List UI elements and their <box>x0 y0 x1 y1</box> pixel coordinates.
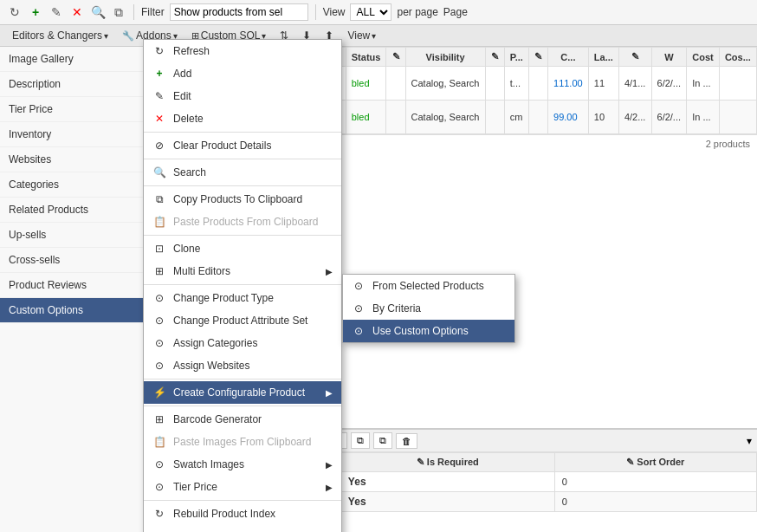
nav-editors-changers[interactable]: Editors & Changers ▾ <box>7 28 113 43</box>
edit-icon[interactable]: ✎ <box>49 4 64 20</box>
menu-tier-price[interactable]: ⊙ Tier Price ▶ <box>144 476 341 498</box>
context-menu: ↻ Refresh + Add ✎ Edit ✕ Delete ⊘ Clear … <box>143 39 342 532</box>
menu-assign-cat-label: Assign Categories <box>173 337 257 349</box>
view-select[interactable]: ALL <box>350 3 391 21</box>
col-w-icon: ✎ <box>618 48 651 67</box>
submenu-from-selected-label: From Selected Products <box>372 280 484 292</box>
clone-icon: ⊡ <box>152 242 166 256</box>
delete-icon[interactable]: ✕ <box>69 4 85 20</box>
row-vis-edit <box>386 101 405 134</box>
menu-clone-label: Clone <box>173 243 200 255</box>
menu-copy-clipboard[interactable]: ⧉ Copy Products To Clipboard <box>144 188 341 211</box>
change-attr-icon: ⊙ <box>152 314 166 328</box>
row-cost: In ... <box>687 67 720 101</box>
col-la[interactable]: La... <box>588 48 618 67</box>
sidebar-item-related-products[interactable]: Related Products <box>0 198 146 223</box>
search-menu-icon: 🔍 <box>152 165 166 179</box>
sidebar-item-tier-price[interactable]: Tier Price <box>0 97 146 122</box>
col-p[interactable]: P... <box>504 48 528 67</box>
menu-paste-images[interactable]: 📋 Paste Images From Clipboard <box>144 431 341 453</box>
menu-separator4 <box>144 235 341 236</box>
is-required-value2: Yes <box>340 492 554 512</box>
col-w[interactable]: W <box>651 48 687 67</box>
sidebar-item-inventory[interactable]: Inventory <box>0 122 146 147</box>
menu-clear[interactable]: ⊘ Clear Product Details <box>144 134 341 157</box>
row-c-edit <box>528 67 547 101</box>
add-icon[interactable]: + <box>28 4 43 20</box>
sidebar-item-custom-options[interactable]: Custom Options <box>0 298 146 323</box>
sidebar-item-categories[interactable]: Categories <box>0 172 146 198</box>
menu-search[interactable]: 🔍 Search <box>144 161 341 184</box>
multi-editors-icon: ⊞ <box>152 264 166 278</box>
col-visibility[interactable]: Visibility <box>405 48 485 67</box>
custom-options-icon: ⊙ <box>352 324 366 338</box>
submenu-custom-options-label: Use Custom Options <box>372 325 469 337</box>
col-c[interactable]: C... <box>548 48 589 67</box>
filter-label: Filter <box>141 6 165 18</box>
panel-arrow: ▾ <box>747 435 752 447</box>
edit-menu-icon: ✎ <box>152 89 166 103</box>
col-cost[interactable]: Cost <box>687 48 720 67</box>
sidebar: Image Gallery Description Tier Price Inv… <box>0 47 147 532</box>
from-selected-icon: ⊙ <box>352 279 366 293</box>
sort-order-value2: 0 <box>554 492 756 512</box>
sidebar-item-description[interactable]: Description <box>0 72 146 97</box>
refresh-icon[interactable]: ↻ <box>7 4 23 20</box>
menu-refresh-label: Refresh <box>173 45 210 57</box>
col-cos[interactable]: Cos... <box>719 48 756 67</box>
menu-add[interactable]: + Add <box>144 62 341 85</box>
menu-change-product-type[interactable]: ⊙ Change Product Type <box>144 287 341 309</box>
menu-rebuild-index[interactable]: ↻ Rebuild Product Index <box>144 503 341 525</box>
submenu-by-criteria[interactable]: ⊙ By Criteria <box>343 297 514 320</box>
menu-separator6 <box>144 379 341 380</box>
menu-refresh[interactable]: ↻ Refresh <box>144 40 341 62</box>
menu-assign-categories[interactable]: ⊙ Assign Categories <box>144 332 341 354</box>
trash-button[interactable]: 🗑 <box>396 433 417 449</box>
delete-menu-icon: ✕ <box>152 112 166 126</box>
menu-show-parent[interactable]: ⊙ Show Parent Products <box>144 525 341 532</box>
menu-multi-editors[interactable]: ⊞ Multi Editors ▶ <box>144 260 341 282</box>
copy2-button[interactable]: ⧉ <box>373 432 392 449</box>
menu-change-attribute-set[interactable]: ⊙ Change Product Attribute Set <box>144 309 341 332</box>
top-navigation: Editors & Changers ▾ 🔧 Addons ▾ ⊞ Custom… <box>0 25 757 47</box>
copy-button[interactable]: ⧉ <box>351 432 370 449</box>
menu-rebuild-label: Rebuild Product Index <box>173 508 275 520</box>
clear-menu-icon: ⊘ <box>152 139 166 152</box>
nav-arrow: ▾ <box>104 31 108 41</box>
paste-img-icon: 📋 <box>152 435 166 449</box>
menu-configurable-label: Create Configurable Product <box>173 386 305 399</box>
menu-search-label: Search <box>173 166 206 178</box>
row-vis-edit <box>386 67 405 101</box>
menu-barcode[interactable]: ⊞ Barcode Generator <box>144 408 341 431</box>
menu-edit[interactable]: ✎ Edit <box>144 85 341 107</box>
row-cost: In ... <box>687 101 720 134</box>
refresh-menu-icon: ↻ <box>152 44 166 58</box>
search-icon[interactable]: 🔍 <box>90 4 106 20</box>
configurable-arrow: ▶ <box>326 388 333 398</box>
menu-swatch-images[interactable]: ⊙ Swatch Images ▶ <box>144 453 341 476</box>
menu-create-configurable[interactable]: ⚡ Create Configurable Product ▶ <box>144 381 341 404</box>
menu-assign-websites[interactable]: ⊙ Assign Websites <box>144 354 341 377</box>
col-status[interactable]: Status <box>346 48 386 67</box>
sidebar-item-websites[interactable]: Websites <box>0 147 146 172</box>
submenu-from-selected[interactable]: ⊙ From Selected Products <box>343 275 514 297</box>
row-w: 6/2/... <box>651 67 687 101</box>
col-is-required-icon: ✎ Is Required <box>340 453 554 472</box>
filter-input[interactable] <box>170 3 308 21</box>
menu-edit-label: Edit <box>173 90 191 102</box>
copy-icon[interactable]: ⧉ <box>111 4 126 20</box>
menu-paste-clipboard[interactable]: 📋 Paste Products From Clipboard <box>144 211 341 233</box>
submenu-arrow: ▶ <box>326 267 333 276</box>
row-p-edit <box>485 101 504 134</box>
menu-clone[interactable]: ⊡ Clone <box>144 237 341 260</box>
sidebar-item-up-sells[interactable]: Up-sells <box>0 223 146 248</box>
row-p: cm <box>504 101 528 134</box>
menu-separator8 <box>144 500 341 501</box>
nav-view[interactable]: View ▾ <box>342 28 381 43</box>
separator2 <box>315 4 316 20</box>
sidebar-item-product-reviews[interactable]: Product Reviews <box>0 273 146 298</box>
menu-delete[interactable]: ✕ Delete <box>144 107 341 130</box>
sidebar-item-cross-sells[interactable]: Cross-sells <box>0 248 146 273</box>
submenu-custom-options[interactable]: ⊙ Use Custom Options <box>343 320 514 342</box>
sidebar-item-image-gallery[interactable]: Image Gallery <box>0 47 146 72</box>
